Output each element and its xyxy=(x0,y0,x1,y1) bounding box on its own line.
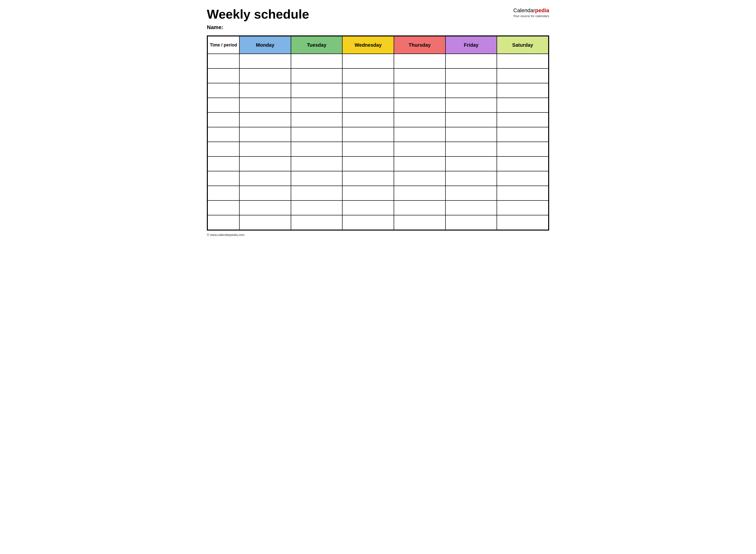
cell-row1-wednesday[interactable] xyxy=(342,68,394,83)
cell-row11-time[interactable] xyxy=(208,215,239,230)
cell-row11-monday[interactable] xyxy=(239,215,291,230)
cell-row7-saturday[interactable] xyxy=(497,157,548,171)
cell-row6-wednesday[interactable] xyxy=(342,142,394,157)
cell-row6-monday[interactable] xyxy=(239,142,291,157)
table-row xyxy=(208,127,548,142)
cell-row8-monday[interactable] xyxy=(239,171,291,186)
cell-row5-friday[interactable] xyxy=(445,127,497,142)
cell-row7-time[interactable] xyxy=(208,157,239,171)
cell-row6-saturday[interactable] xyxy=(497,142,548,157)
cell-row3-friday[interactable] xyxy=(445,98,497,112)
cell-row8-thursday[interactable] xyxy=(394,171,445,186)
cell-row8-friday[interactable] xyxy=(445,171,497,186)
cell-row7-wednesday[interactable] xyxy=(342,157,394,171)
table-row xyxy=(208,142,548,157)
cell-row9-friday[interactable] xyxy=(445,186,497,201)
cell-row11-saturday[interactable] xyxy=(497,215,548,230)
cell-row1-thursday[interactable] xyxy=(394,68,445,83)
cell-row4-tuesday[interactable] xyxy=(291,112,342,127)
schedule-table: Time / period Monday Tuesday Wednesday T… xyxy=(207,36,549,230)
cell-row9-time[interactable] xyxy=(208,186,239,201)
cell-row0-friday[interactable] xyxy=(445,54,497,68)
cell-row11-thursday[interactable] xyxy=(394,215,445,230)
cell-row1-monday[interactable] xyxy=(239,68,291,83)
cell-row2-time[interactable] xyxy=(208,83,239,98)
cell-row4-time[interactable] xyxy=(208,112,239,127)
cell-row9-thursday[interactable] xyxy=(394,186,445,201)
cell-row0-monday[interactable] xyxy=(239,54,291,68)
cell-row6-tuesday[interactable] xyxy=(291,142,342,157)
title-section: Weekly schedule Name: xyxy=(207,7,508,31)
table-row xyxy=(208,201,548,215)
name-label: Name: xyxy=(207,24,508,31)
cell-row2-saturday[interactable] xyxy=(497,83,548,98)
cell-row2-monday[interactable] xyxy=(239,83,291,98)
cell-row9-tuesday[interactable] xyxy=(291,186,342,201)
cell-row4-saturday[interactable] xyxy=(497,112,548,127)
cell-row5-wednesday[interactable] xyxy=(342,127,394,142)
cell-row10-time[interactable] xyxy=(208,201,239,215)
cell-row10-friday[interactable] xyxy=(445,201,497,215)
cell-row2-wednesday[interactable] xyxy=(342,83,394,98)
cell-row4-friday[interactable] xyxy=(445,112,497,127)
cell-row7-monday[interactable] xyxy=(239,157,291,171)
col-header-tuesday: Tuesday xyxy=(291,36,342,54)
cell-row4-monday[interactable] xyxy=(239,112,291,127)
cell-row5-saturday[interactable] xyxy=(497,127,548,142)
cell-row3-tuesday[interactable] xyxy=(291,98,342,112)
cell-row6-friday[interactable] xyxy=(445,142,497,157)
col-header-saturday: Saturday xyxy=(497,36,548,54)
cell-row5-monday[interactable] xyxy=(239,127,291,142)
cell-row4-thursday[interactable] xyxy=(394,112,445,127)
cell-row3-time[interactable] xyxy=(208,98,239,112)
cell-row4-wednesday[interactable] xyxy=(342,112,394,127)
cell-row2-tuesday[interactable] xyxy=(291,83,342,98)
cell-row7-thursday[interactable] xyxy=(394,157,445,171)
cell-row9-wednesday[interactable] xyxy=(342,186,394,201)
cell-row5-thursday[interactable] xyxy=(394,127,445,142)
cell-row9-saturday[interactable] xyxy=(497,186,548,201)
cell-row11-tuesday[interactable] xyxy=(291,215,342,230)
cell-row0-saturday[interactable] xyxy=(497,54,548,68)
cell-row10-saturday[interactable] xyxy=(497,201,548,215)
cell-row10-wednesday[interactable] xyxy=(342,201,394,215)
cell-row10-monday[interactable] xyxy=(239,201,291,215)
cell-row3-wednesday[interactable] xyxy=(342,98,394,112)
cell-row6-thursday[interactable] xyxy=(394,142,445,157)
cell-row1-tuesday[interactable] xyxy=(291,68,342,83)
table-row xyxy=(208,171,548,186)
cell-row0-wednesday[interactable] xyxy=(342,54,394,68)
cell-row0-tuesday[interactable] xyxy=(291,54,342,68)
table-row xyxy=(208,157,548,171)
cell-row9-monday[interactable] xyxy=(239,186,291,201)
cell-row0-thursday[interactable] xyxy=(394,54,445,68)
cell-row3-thursday[interactable] xyxy=(394,98,445,112)
table-row xyxy=(208,98,548,112)
cell-row5-time[interactable] xyxy=(208,127,239,142)
cell-row7-friday[interactable] xyxy=(445,157,497,171)
cell-row3-monday[interactable] xyxy=(239,98,291,112)
cell-row1-friday[interactable] xyxy=(445,68,497,83)
col-header-monday: Monday xyxy=(239,36,291,54)
cell-row2-friday[interactable] xyxy=(445,83,497,98)
cell-row10-tuesday[interactable] xyxy=(291,201,342,215)
cell-row8-time[interactable] xyxy=(208,171,239,186)
cell-row5-tuesday[interactable] xyxy=(291,127,342,142)
cell-row8-wednesday[interactable] xyxy=(342,171,394,186)
col-header-wednesday: Wednesday xyxy=(342,36,394,54)
cell-row1-time[interactable] xyxy=(208,68,239,83)
cell-row11-friday[interactable] xyxy=(445,215,497,230)
cell-row11-wednesday[interactable] xyxy=(342,215,394,230)
cell-row3-saturday[interactable] xyxy=(497,98,548,112)
table-row xyxy=(208,68,548,83)
page-container: Weekly schedule Name: Calendarpedia Your… xyxy=(207,7,549,237)
cell-row0-time[interactable] xyxy=(208,54,239,68)
table-row xyxy=(208,54,548,68)
cell-row8-saturday[interactable] xyxy=(497,171,548,186)
cell-row1-saturday[interactable] xyxy=(497,68,548,83)
cell-row10-thursday[interactable] xyxy=(394,201,445,215)
cell-row8-tuesday[interactable] xyxy=(291,171,342,186)
cell-row6-time[interactable] xyxy=(208,142,239,157)
cell-row7-tuesday[interactable] xyxy=(291,157,342,171)
cell-row2-thursday[interactable] xyxy=(394,83,445,98)
